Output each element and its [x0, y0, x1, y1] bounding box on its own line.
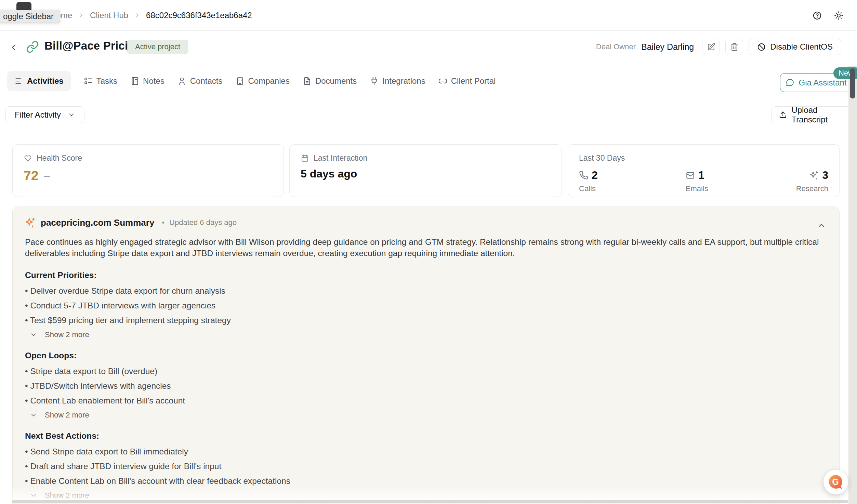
research-label: Research [796, 184, 828, 193]
show-more-button[interactable]: Show 2 more [25, 330, 827, 339]
last-30-days-stats: 2 Calls 1 Emails 3 Research [579, 169, 828, 193]
bottom-fade [12, 485, 840, 500]
gia-assistant-label: Gia Assistant [799, 78, 846, 88]
tab-label: Tasks [96, 76, 117, 86]
section-title: Next Best Actions: [25, 431, 827, 441]
summary-section-current-priorities: Current Priorities: • Deliver overdue St… [25, 270, 827, 339]
list-item: • Deliver overdue Stripe data export for… [25, 286, 827, 296]
emails-value: 1 [698, 169, 704, 182]
notes-icon [130, 77, 139, 85]
health-score-header: Health Score [24, 154, 273, 163]
last-interaction-header: Last Interaction [301, 154, 551, 163]
breadcrumb: Home Client Hub 68c02c9c636f343e1eab6a42 [50, 0, 252, 31]
chevron-left-icon [9, 42, 19, 53]
collapse-summary-button[interactable] [815, 218, 828, 232]
list-item: • Conduct 5-7 JTBD interviews with large… [25, 301, 827, 310]
integrations-icon [370, 77, 379, 85]
calendar-icon [301, 154, 309, 162]
tab-activities[interactable]: Activities [7, 71, 71, 91]
summary-dot: • [162, 218, 164, 227]
upload-transcript-button[interactable]: Upload Transcript [771, 106, 857, 123]
stat-emails: 1 Emails [686, 169, 708, 193]
mail-icon [686, 171, 695, 180]
companies-icon [236, 77, 245, 85]
toolbar-separator [0, 130, 857, 130]
deal-owner-label: Deal Owner [596, 42, 636, 51]
tab-label: Contacts [190, 76, 223, 86]
tab-label: Activities [27, 76, 64, 86]
section-list: • Deliver overdue Stripe data export for… [25, 286, 827, 325]
tab-label: Notes [143, 76, 164, 86]
tab-contacts[interactable]: Contacts [177, 71, 223, 91]
tab-companies[interactable]: Companies [236, 71, 290, 91]
tabs: Activities Tasks Notes Contacts [7, 71, 496, 91]
project-link-icon[interactable] [26, 40, 39, 53]
emails-label: Emails [686, 184, 708, 193]
last-30-days-header: Last 30 Days [579, 154, 828, 163]
summary-header: pacepricing.com Summary • Updated 6 days… [25, 217, 827, 228]
activities-icon [14, 77, 23, 85]
help-icon[interactable] [813, 11, 822, 20]
breadcrumb-client-hub[interactable]: Client Hub [90, 11, 128, 20]
list-item: • JTBD/Switch interviews with agencies [25, 381, 827, 391]
tab-integrations[interactable]: Integrations [370, 71, 425, 91]
vertical-scrollbar-thumb[interactable] [850, 68, 855, 98]
status-badge: Active project [127, 40, 188, 54]
chevron-down-icon [30, 411, 37, 419]
status-badge-label: Active project [135, 42, 180, 51]
tab-label: Documents [315, 76, 357, 86]
tasks-icon [84, 77, 93, 85]
section-list: • Send Stripe data export to Bill immedi… [25, 447, 827, 486]
documents-icon [303, 77, 312, 85]
edit-button[interactable] [702, 39, 720, 55]
section-title: Current Priorities: [25, 270, 827, 280]
section-title: Open Loops: [25, 351, 827, 360]
topbar: oggle Sidebar Home Client Hub 68c02c9c63… [0, 0, 857, 31]
calls-value: 2 [592, 169, 598, 182]
client-portal-icon [438, 77, 447, 85]
gia-logo-icon: G [828, 474, 844, 490]
delete-button[interactable] [725, 39, 743, 55]
tab-label: Client Portal [451, 76, 496, 86]
back-button[interactable] [6, 40, 21, 55]
tab-notes[interactable]: Notes [130, 71, 164, 91]
show-more-label: Show 2 more [45, 411, 89, 420]
chevron-up-icon [817, 221, 826, 230]
disable-clientos-button[interactable]: Disable ClientOS [749, 39, 841, 55]
tab-tasks[interactable]: Tasks [84, 71, 117, 91]
deal-owner-name[interactable]: Bailey Darling [641, 42, 694, 52]
summary-section-open-loops: Open Loops: • Stripe data export to Bill… [25, 351, 827, 420]
horizontal-scrollbar[interactable] [12, 500, 848, 503]
summary-updated: Updated 6 days ago [169, 218, 237, 227]
tooltip-label: oggle Sidebar [3, 12, 54, 21]
theme-toggle-sun-icon[interactable] [834, 11, 843, 20]
last-interaction-label: Last Interaction [314, 154, 367, 163]
last-interaction-value: 5 days ago [301, 168, 551, 180]
show-more-label: Show 2 more [45, 330, 89, 339]
health-score-trend: – [44, 170, 50, 182]
page-header: Bill@Pace Pricing Active project Deal Ow… [0, 31, 857, 65]
stat-calls: 2 Calls [579, 169, 598, 193]
last-30-days-card: Last 30 Days 2 Calls 1 Emails [568, 144, 840, 197]
show-more-button[interactable]: Show 2 more [25, 411, 827, 420]
vertical-scrollbar-track[interactable] [848, 66, 857, 504]
health-score-value-row: 72 – [24, 168, 273, 183]
disable-clientos-label: Disable ClientOS [770, 42, 833, 52]
contacts-icon [177, 77, 186, 85]
tab-client-portal[interactable]: Client Portal [438, 71, 496, 91]
phone-icon [579, 171, 588, 180]
heart-icon [24, 154, 32, 162]
tab-label: Integrations [382, 76, 425, 86]
tab-documents[interactable]: Documents [303, 71, 357, 91]
svg-text:G: G [832, 477, 839, 487]
trash-icon [730, 43, 739, 51]
header-actions: Deal Owner Bailey Darling Disable Client… [596, 39, 841, 55]
filter-activity-dropdown[interactable]: Filter Activity [5, 106, 84, 123]
tab-label: Companies [248, 76, 290, 86]
gia-floating-button[interactable]: G [823, 470, 848, 494]
list-item: • Draft and share JTBD interview guide f… [25, 462, 827, 471]
list-item: • Send Stripe data export to Bill immedi… [25, 447, 827, 456]
summary-card: pacepricing.com Summary • Updated 6 days… [12, 207, 840, 504]
tabs-row: Activities Tasks Notes Contacts [0, 68, 857, 95]
filter-activity-label: Filter Activity [15, 110, 61, 120]
